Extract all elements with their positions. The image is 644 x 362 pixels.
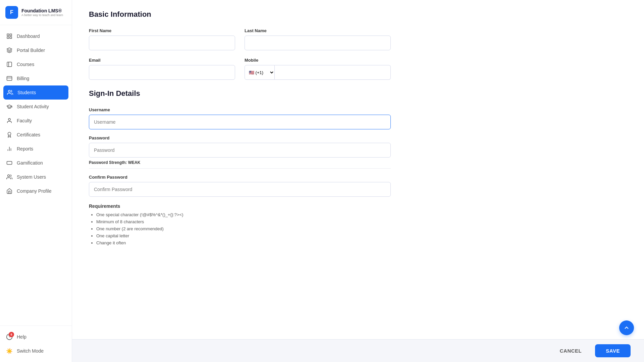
mobile-group: Mobile 🇺🇸 (+1) 🇬🇧 (+44) 🇨🇦 (+1) — [245, 58, 391, 80]
sidebar-label-portal-builder: Portal Builder — [17, 48, 45, 53]
svg-point-10 — [8, 132, 11, 135]
svg-rect-1 — [10, 34, 12, 36]
sign-in-title: Sign-In Details — [89, 89, 391, 98]
mobile-label: Mobile — [245, 58, 391, 63]
last-name-input[interactable] — [245, 36, 391, 50]
logo-text: Foundation LMS® A better way to teach an… — [21, 8, 63, 17]
switch-mode-label: Switch Mode — [17, 348, 44, 354]
sidebar-label-faculty: Faculty — [17, 118, 32, 123]
requirements-section: Requirements One special character (!@#$… — [89, 203, 391, 245]
sidebar-item-gamification[interactable]: Gamification — [0, 156, 72, 170]
password-strength: Password Strength: WEAK — [89, 160, 391, 165]
mobile-input[interactable] — [275, 65, 391, 80]
sidebar-label-company-profile: Company Profile — [17, 188, 52, 194]
sidebar-label-certificates: Certificates — [17, 132, 40, 137]
confirm-password-group: Confirm Password — [89, 175, 391, 197]
sidebar-item-switch-mode[interactable]: ☀️ Switch Mode — [0, 344, 72, 358]
svg-point-9 — [8, 118, 10, 120]
sidebar-item-dashboard[interactable]: Dashboard — [0, 29, 72, 43]
faculty-icon — [6, 117, 13, 124]
footer-bar: CANCEL SAVE — [72, 339, 644, 362]
confirm-password-input[interactable] — [89, 182, 391, 197]
sidebar-label-system-users: System Users — [17, 174, 46, 180]
portal-builder-icon — [6, 47, 13, 54]
svg-rect-3 — [7, 37, 9, 39]
sidebar-item-courses[interactable]: Courses — [0, 57, 72, 71]
content-area: Basic Information First Name Last Name E… — [72, 0, 408, 288]
logo-area: F Foundation LMS® A better way to teach … — [0, 0, 72, 25]
certificates-icon — [6, 131, 13, 138]
requirements-title: Requirements — [89, 203, 391, 209]
basic-info-title: Basic Information — [89, 10, 391, 19]
requirements-list: One special character (!@#$%^&*()_+{}:?>… — [89, 212, 391, 245]
password-label: Password — [89, 135, 391, 140]
email-label: Email — [89, 58, 235, 63]
confirm-password-label: Confirm Password — [89, 175, 391, 180]
requirement-item: Change it often — [96, 240, 391, 245]
sidebar-label-gamification: Gamification — [17, 160, 43, 166]
reports-icon — [6, 145, 13, 152]
username-input[interactable] — [89, 115, 391, 129]
last-name-label: Last Name — [245, 28, 391, 33]
sidebar-item-company-profile[interactable]: Company Profile — [0, 184, 72, 198]
svg-rect-2 — [10, 37, 12, 39]
company-profile-icon — [6, 188, 13, 194]
sidebar-label-reports: Reports — [17, 146, 33, 152]
save-button[interactable]: SAVE — [595, 344, 631, 357]
sidebar-label-student-activity: Student Activity — [17, 104, 49, 109]
students-icon — [7, 89, 13, 96]
password-input[interactable] — [89, 143, 391, 158]
requirement-item: Minimum of 8 characters — [96, 219, 391, 224]
mobile-country-select[interactable]: 🇺🇸 (+1) 🇬🇧 (+44) 🇨🇦 (+1) — [245, 65, 275, 80]
name-row: First Name Last Name — [89, 28, 391, 50]
sidebar-item-certificates[interactable]: Certificates — [0, 128, 72, 142]
app-subtitle: A better way to teach and learn — [21, 13, 63, 17]
sidebar-label-dashboard: Dashboard — [17, 34, 40, 39]
help-badge: 6 — [9, 332, 14, 337]
last-name-group: Last Name — [245, 28, 391, 50]
system-users-icon — [6, 174, 13, 180]
sidebar-nav: Dashboard Portal Builder Courses Billing… — [0, 25, 72, 325]
scroll-up-button[interactable] — [619, 320, 634, 335]
sidebar-item-student-activity[interactable]: Student Activity — [0, 100, 72, 114]
sidebar-item-help[interactable]: Help 6 — [0, 330, 72, 344]
courses-icon — [6, 61, 13, 68]
sidebar-label-students: Students — [17, 90, 36, 95]
mobile-input-group: 🇺🇸 (+1) 🇬🇧 (+44) 🇨🇦 (+1) — [245, 65, 391, 80]
svg-rect-4 — [7, 62, 12, 67]
switch-mode-icon: ☀️ — [6, 348, 13, 354]
svg-point-15 — [8, 175, 10, 177]
main-content: Basic Information First Name Last Name E… — [72, 0, 644, 362]
requirement-item: One number (2 are recommended) — [96, 226, 391, 231]
email-input[interactable] — [89, 65, 235, 80]
svg-point-8 — [8, 90, 10, 92]
sidebar: F Foundation LMS® A better way to teach … — [0, 0, 72, 362]
requirement-item: One special character (!@#$%^&*()_+{}:?>… — [96, 212, 391, 217]
student-activity-icon — [6, 103, 13, 110]
contact-row: Email Mobile 🇺🇸 (+1) 🇬🇧 (+44) 🇨🇦 (+1) — [89, 58, 391, 80]
first-name-group: First Name — [89, 28, 235, 50]
sidebar-item-billing[interactable]: Billing — [0, 71, 72, 85]
sidebar-item-system-users[interactable]: System Users — [0, 170, 72, 184]
sidebar-label-billing: Billing — [17, 76, 29, 81]
username-label: Username — [89, 107, 391, 112]
username-group: Username — [89, 107, 391, 129]
sidebar-item-portal-builder[interactable]: Portal Builder — [0, 43, 72, 57]
email-group: Email — [89, 58, 235, 80]
svg-rect-6 — [7, 76, 12, 80]
billing-icon — [6, 75, 13, 82]
sidebar-item-reports[interactable]: Reports — [0, 142, 72, 156]
logo-icon: F — [5, 6, 18, 19]
requirement-item: One capital letter — [96, 233, 391, 238]
password-group: Password — [89, 135, 391, 158]
dashboard-icon — [6, 33, 13, 40]
first-name-label: First Name — [89, 28, 235, 33]
first-name-input[interactable] — [89, 36, 235, 50]
cancel-button[interactable]: CANCEL — [552, 345, 590, 357]
sidebar-bottom: Help 6 ☀️ Switch Mode — [0, 325, 72, 362]
app-title: Foundation LMS® — [21, 8, 63, 13]
gamification-icon — [6, 160, 13, 166]
sidebar-item-students[interactable]: Students — [3, 85, 68, 100]
svg-rect-0 — [7, 34, 9, 36]
sidebar-item-faculty[interactable]: Faculty — [0, 114, 72, 128]
